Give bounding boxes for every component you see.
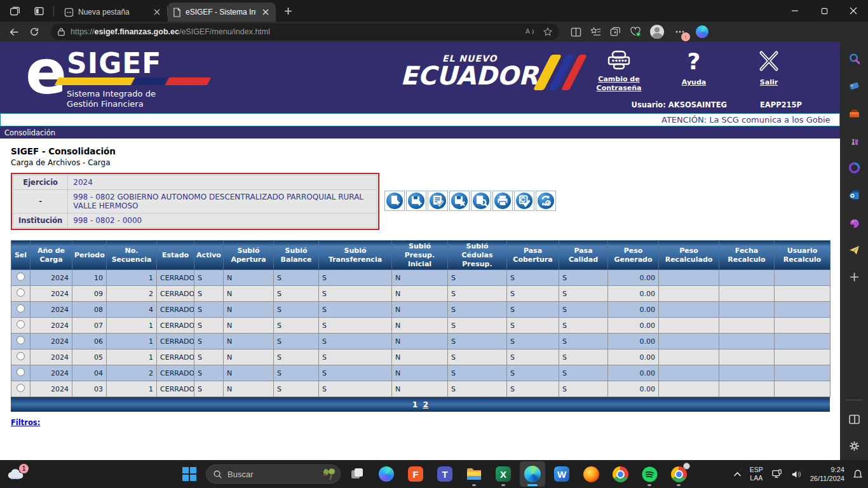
- clock[interactable]: 9:2426/11/2024: [810, 465, 844, 484]
- taskbar-task-view[interactable]: [344, 461, 370, 487]
- row-select-radio[interactable]: [17, 304, 25, 313]
- collections-icon[interactable]: [610, 27, 621, 37]
- address-bar[interactable]: https://esigef.finanzas.gob.ec/eSIGEF/me…: [51, 24, 559, 40]
- favorite-star-icon[interactable]: [543, 27, 553, 37]
- send-icon[interactable]: [846, 242, 862, 257]
- taskbar-word[interactable]: W: [549, 461, 574, 487]
- cell: S: [559, 286, 608, 302]
- row-select-radio[interactable]: [17, 368, 25, 376]
- outlook-icon[interactable]: [846, 187, 862, 203]
- taskbar-excel[interactable]: X: [491, 461, 516, 487]
- row-select-radio[interactable]: [17, 320, 25, 329]
- help-link[interactable]: ? Ayuda: [667, 47, 721, 93]
- change-password-link[interactable]: Cambio de Contraseña: [592, 47, 646, 93]
- taskbar-edge[interactable]: [520, 461, 545, 487]
- browser-essentials-icon[interactable]: [630, 27, 641, 37]
- taskbar-spotify[interactable]: [637, 461, 662, 487]
- select-cell: [11, 349, 31, 365]
- split-screen-icon[interactable]: [571, 27, 581, 37]
- microsoft-365-icon[interactable]: [846, 160, 862, 175]
- new-tab-page-icon: [64, 8, 74, 17]
- page-number-current[interactable]: 1: [412, 400, 418, 409]
- settings-more-icon[interactable]: ↑: [673, 25, 687, 39]
- cell: S: [559, 349, 608, 365]
- cell: S: [507, 365, 559, 381]
- print-button[interactable]: [492, 191, 513, 211]
- cell: N: [392, 302, 448, 318]
- toolbox-icon[interactable]: [846, 105, 862, 121]
- copilot-icon[interactable]: [696, 25, 709, 38]
- profile-avatar[interactable]: [650, 25, 664, 39]
- cell: [775, 270, 831, 286]
- menu-consolidacion[interactable]: Consolidación: [0, 126, 840, 139]
- running-indicator: [527, 484, 538, 486]
- shopping-icon[interactable]: [846, 78, 862, 93]
- cell: N: [224, 318, 274, 334]
- new-tab-button[interactable]: [280, 3, 296, 19]
- select-cell: [11, 270, 31, 286]
- firefox-logo: [583, 466, 599, 482]
- cell: S: [448, 365, 507, 381]
- cell: 1: [107, 349, 157, 365]
- add-icon[interactable]: [846, 269, 862, 285]
- taskbar-chrome[interactable]: [607, 461, 633, 487]
- cell: [659, 302, 719, 318]
- settings-icon[interactable]: [846, 438, 862, 454]
- language-indicator[interactable]: ESPLAA: [750, 466, 763, 482]
- taskbar-chrome-profile[interactable]: [666, 461, 691, 487]
- filters-link[interactable]: Filtros:: [11, 418, 40, 427]
- maximize-button[interactable]: [810, 0, 839, 22]
- read-aloud-icon[interactable]: A: [526, 27, 536, 36]
- back-button[interactable]: [5, 24, 23, 40]
- minimize-button[interactable]: [780, 0, 810, 22]
- workspaces-icon[interactable]: [5, 3, 24, 19]
- network-icon[interactable]: [771, 469, 783, 479]
- taskbar-file-explorer[interactable]: [461, 461, 487, 487]
- column-header: Usuario Recalculo: [775, 241, 831, 270]
- tab-close-icon[interactable]: [152, 7, 162, 17]
- weather-widget[interactable]: 1: [6, 467, 35, 481]
- cell: 0.00: [608, 334, 659, 349]
- designer-icon[interactable]: [846, 215, 862, 230]
- row-select-radio[interactable]: [17, 336, 25, 344]
- row-select-radio[interactable]: [17, 288, 25, 297]
- cell: S: [274, 302, 319, 318]
- taskbar-foxit-pdf[interactable]: F: [403, 461, 428, 487]
- page-number-link[interactable]: 2: [423, 400, 429, 409]
- cell: [719, 365, 775, 381]
- refresh-search-button[interactable]: [536, 191, 556, 211]
- tab-close-icon[interactable]: [261, 7, 271, 17]
- notification-bell-icon[interactable]: [853, 469, 863, 480]
- start-button[interactable]: [177, 461, 202, 487]
- row-select-radio[interactable]: [17, 384, 25, 392]
- taskbar-firefox[interactable]: [578, 461, 604, 487]
- favorites-list-icon[interactable]: [590, 27, 601, 37]
- panel-toggle-icon[interactable]: [846, 412, 862, 427]
- new-document-button[interactable]: [384, 191, 405, 211]
- save-add-button[interactable]: [406, 191, 426, 211]
- close-button[interactable]: [839, 0, 868, 22]
- lock-icon[interactable]: [57, 27, 65, 36]
- taskbar-search[interactable]: Buscar: [206, 464, 341, 484]
- exit-link[interactable]: Salir: [742, 47, 796, 93]
- cell: N: [224, 334, 274, 349]
- form-check-button[interactable]: [428, 191, 448, 211]
- tab-esigef[interactable]: eSIGEF - Sistema Integrado de G: [168, 3, 276, 22]
- volume-icon[interactable]: [791, 470, 802, 479]
- tab-nueva-pestana[interactable]: Nueva pestaña: [59, 3, 167, 22]
- browser-toolbar: https://esigef.finanzas.gob.ec/eSIGEF/me…: [0, 22, 868, 42]
- cell: 05: [72, 349, 107, 365]
- taskbar-copilot[interactable]: [374, 461, 399, 487]
- games-icon[interactable]: [846, 133, 862, 148]
- tab-actions-icon[interactable]: [29, 3, 48, 19]
- search-icon[interactable]: [846, 51, 862, 66]
- document-search-button[interactable]: [471, 191, 491, 211]
- row-select-radio[interactable]: [17, 352, 25, 360]
- tray-chevron-icon[interactable]: [733, 471, 742, 477]
- save-delete-button[interactable]: [449, 191, 470, 211]
- logo-subtitle: Sistema Integrado deGestión Financiera: [67, 89, 209, 110]
- taskbar-teams[interactable]: T: [432, 461, 458, 487]
- confirm-check-button[interactable]: [514, 191, 534, 211]
- row-select-radio[interactable]: [17, 273, 25, 281]
- refresh-button[interactable]: [25, 24, 43, 40]
